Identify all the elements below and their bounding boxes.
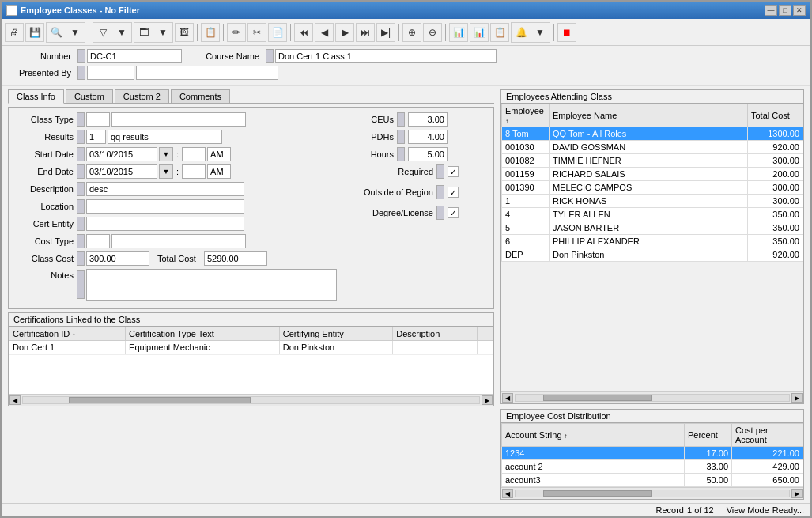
start-time-input[interactable] bbox=[182, 147, 206, 161]
cost-type-code-input[interactable] bbox=[86, 234, 110, 248]
table-row[interactable]: 8 TomQQ Tom - All Roles1300.00 bbox=[502, 127, 803, 141]
minimize-button[interactable]: — bbox=[765, 5, 777, 16]
cost-type-name-input[interactable] bbox=[111, 234, 246, 248]
results-text-input[interactable] bbox=[108, 130, 222, 144]
table-row[interactable]: account 233.00429.00 bbox=[502, 460, 803, 474]
table-row[interactable]: 001159RICHARD SALAIS200.00 bbox=[502, 168, 803, 181]
cert-col-id[interactable]: Certification ID ↑ bbox=[9, 327, 126, 341]
course-name-input[interactable] bbox=[275, 49, 497, 63]
cert-col-desc[interactable]: Description bbox=[393, 327, 478, 341]
view-button[interactable]: 🗔 bbox=[134, 23, 153, 42]
start-ampm-input[interactable] bbox=[207, 147, 231, 161]
table-row[interactable]: 001082TIMMIE HEFNER300.00 bbox=[502, 154, 803, 168]
cert-col-entity[interactable]: Certifying Entity bbox=[279, 327, 392, 341]
tab-custom2[interactable]: Custom 2 bbox=[115, 89, 169, 103]
tab-class-info[interactable]: Class Info bbox=[8, 89, 64, 104]
outside-region-checkbox[interactable] bbox=[448, 187, 459, 198]
cut-button[interactable]: ✂ bbox=[247, 23, 266, 42]
degree-license-checkbox[interactable] bbox=[448, 207, 459, 218]
number-input[interactable] bbox=[87, 49, 182, 63]
toolbar: 🖨 💾 🔍 ▼ ▽ ▼ 🗔 ▼ 🖼 📋 ✏ ✂ 📄 ⏮ ◀ ▶ ⏭ ▶| ⊕ ⊖ bbox=[2, 19, 810, 46]
hours-input[interactable] bbox=[408, 147, 448, 161]
cost-scroll-right[interactable]: ▶ bbox=[791, 489, 803, 498]
cost-header: Employee Cost Distribution bbox=[501, 410, 803, 423]
maximize-button[interactable]: □ bbox=[779, 5, 791, 16]
table-row[interactable]: 1RICK HONAS300.00 bbox=[502, 195, 803, 208]
close-button[interactable]: ✕ bbox=[793, 5, 806, 16]
cost-scroll-left[interactable]: ◀ bbox=[502, 489, 513, 498]
table-row[interactable]: 001030DAVID GOSSMAN920.00 bbox=[502, 141, 803, 154]
end-ampm-input[interactable] bbox=[207, 164, 231, 179]
end-time-input[interactable] bbox=[182, 164, 206, 179]
tab-comments[interactable]: Comments bbox=[171, 89, 230, 103]
emp-scroll-right[interactable]: ▶ bbox=[791, 393, 803, 403]
chart1-button[interactable]: 📊 bbox=[449, 23, 468, 42]
table-row[interactable]: 001390MELECIO CAMPOS300.00 bbox=[502, 181, 803, 195]
tab-custom[interactable]: Custom bbox=[66, 89, 113, 103]
cost-col-account[interactable]: Account String ↑ bbox=[502, 424, 685, 447]
view-dropdown[interactable]: ▼ bbox=[153, 23, 172, 42]
end-date-picker[interactable]: ▼ bbox=[159, 164, 173, 179]
alert-button[interactable]: 🔔 bbox=[512, 23, 531, 42]
description-input[interactable] bbox=[86, 182, 244, 196]
table-row[interactable]: 6PHILLIP ALEXANDER350.00 bbox=[502, 235, 803, 248]
table-row[interactable]: 5JASON BARTER350.00 bbox=[502, 221, 803, 235]
cost-col-cost[interactable]: Cost per Account bbox=[732, 424, 803, 447]
class-type-code-input[interactable] bbox=[86, 112, 110, 127]
filter-button[interactable]: ▽ bbox=[93, 23, 112, 42]
cert-scroll-left[interactable]: ◀ bbox=[9, 395, 21, 405]
first-record-button[interactable]: ⏮ bbox=[294, 23, 313, 42]
results-num-input[interactable] bbox=[86, 130, 106, 144]
new-record-button[interactable]: ▶| bbox=[376, 23, 395, 42]
cert-col-type[interactable]: Certification Type Text bbox=[126, 327, 280, 341]
end-date-input[interactable] bbox=[86, 164, 157, 179]
image-button[interactable]: 🖼 bbox=[175, 23, 194, 42]
start-date-input[interactable] bbox=[86, 147, 157, 161]
chart2-button[interactable]: 📊 bbox=[470, 23, 489, 42]
class-type-name-input[interactable] bbox=[111, 112, 246, 127]
save-button[interactable]: 💾 bbox=[25, 23, 44, 42]
paste-button[interactable]: 📋 bbox=[201, 23, 220, 42]
copy-button[interactable]: 📄 bbox=[268, 23, 287, 42]
form-section: Class Type Results bbox=[13, 112, 489, 304]
table-row[interactable]: 4TYLER ALLEN350.00 bbox=[502, 208, 803, 221]
emp-col-employee[interactable]: Employee ↑ bbox=[502, 104, 550, 127]
table-row[interactable]: Don Cert 1Equipment MechanicDon Pinkston bbox=[9, 341, 493, 354]
stop-button[interactable]: ⏹ bbox=[557, 23, 576, 42]
alert-dropdown[interactable]: ▼ bbox=[531, 23, 550, 42]
cost-scroll-track[interactable] bbox=[515, 490, 790, 497]
presented-by-name-input[interactable] bbox=[136, 66, 278, 80]
emp-col-cost[interactable]: Total Cost bbox=[748, 104, 803, 127]
last-record-button[interactable]: ⏭ bbox=[356, 23, 375, 42]
search-button[interactable]: 🔍 bbox=[47, 23, 66, 42]
title-bar: Employee Classes - No Filter — □ ✕ bbox=[2, 2, 810, 19]
remove-button[interactable]: ⊖ bbox=[423, 23, 442, 42]
table-row[interactable]: 123417.00221.00 bbox=[502, 447, 803, 460]
emp-scroll-left[interactable]: ◀ bbox=[502, 393, 513, 403]
cert-entity-input[interactable] bbox=[86, 217, 244, 231]
filter-dropdown[interactable]: ▼ bbox=[112, 23, 131, 42]
ceus-input[interactable] bbox=[408, 112, 448, 127]
prev-record-button[interactable]: ◀ bbox=[315, 23, 334, 42]
cost-col-percent[interactable]: Percent bbox=[685, 424, 732, 447]
report-button[interactable]: 📋 bbox=[490, 23, 509, 42]
table-row[interactable]: account350.00650.00 bbox=[502, 474, 803, 487]
cert-scroll-track[interactable] bbox=[22, 396, 480, 404]
print-button[interactable]: 🖨 bbox=[5, 23, 24, 42]
cert-scroll-right[interactable]: ▶ bbox=[482, 395, 493, 405]
start-date-picker[interactable]: ▼ bbox=[159, 147, 173, 161]
presented-by-input[interactable] bbox=[87, 66, 134, 80]
emp-scroll-track[interactable] bbox=[515, 394, 790, 402]
location-input[interactable] bbox=[86, 199, 244, 214]
table-row[interactable]: DEPDon Pinkston920.00 bbox=[502, 248, 803, 262]
add-button[interactable]: ⊕ bbox=[402, 23, 421, 42]
required-checkbox[interactable] bbox=[448, 166, 459, 177]
notes-input[interactable] bbox=[86, 269, 337, 301]
emp-col-name[interactable]: Employee Name bbox=[550, 104, 748, 127]
next-record-button[interactable]: ▶ bbox=[335, 23, 354, 42]
total-cost-input[interactable] bbox=[204, 251, 267, 266]
class-cost-input[interactable] bbox=[86, 251, 149, 266]
pdhs-input[interactable] bbox=[408, 130, 448, 144]
search-dropdown[interactable]: ▼ bbox=[66, 23, 85, 42]
edit-button[interactable]: ✏ bbox=[227, 23, 246, 42]
